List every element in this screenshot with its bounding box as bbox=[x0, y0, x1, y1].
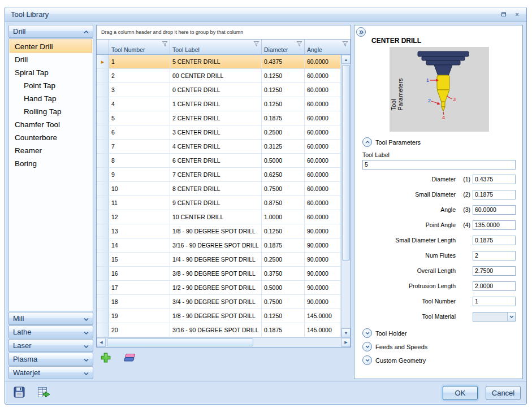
table-row[interactable]: 183/4 - 90 DEGREE SPOT DRILL0.750090.000… bbox=[97, 295, 341, 309]
diameter-input[interactable] bbox=[473, 175, 516, 184]
table-row[interactable]: 203/16 - 90 DEGREE SPOT DRILL0.1875145.0… bbox=[97, 323, 341, 337]
overall-length-input[interactable] bbox=[473, 266, 516, 276]
scroll-right-icon[interactable]: ▶ bbox=[341, 338, 351, 347]
table-row[interactable]: 108 CENTER DRILL0.750060.0000 bbox=[97, 182, 341, 196]
expand-section-icon[interactable] bbox=[362, 355, 372, 365]
table-row[interactable]: 171/2 - 90 DEGREE SPOT DRILL0.500090.000… bbox=[97, 281, 341, 295]
section-feeds-and-speeds[interactable]: Feeds and Speeds bbox=[361, 340, 517, 354]
delete-tool-button[interactable] bbox=[120, 351, 137, 367]
sidebar-item-counterbore[interactable]: Counterbore bbox=[10, 131, 92, 144]
row-selector[interactable] bbox=[97, 295, 109, 309]
sidebar-item-hand-tap[interactable]: Hand Tap bbox=[10, 92, 92, 105]
row-selector[interactable] bbox=[97, 309, 109, 323]
row-selector[interactable]: ▸ bbox=[97, 55, 109, 68]
row-selector[interactable] bbox=[97, 210, 109, 224]
sidebar-item-point-tap[interactable]: Point Tap bbox=[10, 79, 92, 92]
restore-button[interactable] bbox=[498, 10, 509, 19]
row-selector[interactable] bbox=[97, 196, 109, 210]
row-selector[interactable] bbox=[97, 253, 109, 266]
row-selector[interactable] bbox=[97, 125, 109, 139]
table-row[interactable]: 119 CENTER DRILL0.875060.0000 bbox=[97, 196, 341, 210]
filter-icon[interactable] bbox=[296, 41, 302, 47]
row-selector[interactable] bbox=[97, 224, 109, 238]
table-row[interactable]: 143/16 - 90 DEGREE SPOT DRILL0.187590.00… bbox=[97, 238, 341, 253]
sidebar-item-drill[interactable]: Drill bbox=[10, 53, 92, 66]
panel-collapse-button[interactable] bbox=[356, 27, 366, 37]
row-selector[interactable] bbox=[97, 69, 109, 82]
small-diameter-length-input[interactable] bbox=[473, 236, 516, 245]
row-selector[interactable] bbox=[97, 323, 109, 337]
table-row[interactable]: 163/8 - 90 DEGREE SPOT DRILL0.375090.000… bbox=[97, 267, 341, 281]
column-header-tool-number[interactable]: Tool Number bbox=[109, 40, 170, 54]
filter-icon[interactable] bbox=[342, 41, 348, 47]
table-row[interactable]: 63 CENTER DRILL0.250060.0000 bbox=[97, 125, 341, 140]
sidebar-group-drill[interactable]: Drill bbox=[8, 25, 93, 38]
table-row[interactable]: 41 CENTER DRILL0.125060.0000 bbox=[97, 97, 341, 111]
row-selector[interactable] bbox=[97, 238, 109, 252]
row-selector[interactable] bbox=[97, 168, 109, 181]
sidebar-group-lathe[interactable]: Lathe bbox=[8, 325, 93, 338]
protrusion-length-input[interactable] bbox=[473, 281, 516, 291]
table-row[interactable]: 97 CENTER DRILL0.625060.0000 bbox=[97, 168, 341, 182]
table-row[interactable]: 30 CENTER DRILL0.125060.0000 bbox=[97, 83, 341, 97]
column-header-tool-label[interactable]: Tool Label bbox=[170, 40, 262, 54]
collapse-section-button[interactable] bbox=[362, 137, 372, 147]
column-header-angle[interactable]: Angle bbox=[305, 40, 351, 54]
row-selector[interactable] bbox=[97, 83, 109, 97]
sidebar-item-chamfer-tool[interactable]: Chamfer Tool bbox=[10, 118, 92, 131]
add-tool-button[interactable] bbox=[97, 351, 114, 367]
table-row[interactable]: 86 CENTER DRILL0.500060.0000 bbox=[97, 154, 341, 168]
close-button[interactable]: × bbox=[511, 10, 523, 19]
column-header-diameter[interactable]: Diameter bbox=[262, 40, 305, 54]
table-row[interactable]: 191/8 - 90 DEGREE SPOT DRILL0.1250145.00… bbox=[97, 309, 341, 323]
small-diameter-input[interactable] bbox=[473, 190, 516, 199]
scroll-up-icon[interactable]: ▲ bbox=[341, 55, 351, 64]
row-selector[interactable] bbox=[97, 281, 109, 294]
scroll-left-icon[interactable]: ◀ bbox=[97, 338, 106, 347]
table-row[interactable]: 74 CENTER DRILL0.312560.0000 bbox=[97, 140, 341, 154]
scroll-down-icon[interactable]: ▼ bbox=[341, 328, 351, 337]
row-selector[interactable] bbox=[97, 140, 109, 153]
save-library-button[interactable] bbox=[11, 385, 28, 401]
hscroll-thumb[interactable] bbox=[107, 338, 253, 346]
cancel-button[interactable]: Cancel bbox=[486, 386, 521, 400]
sidebar-item-reamer[interactable]: Reamer bbox=[10, 144, 92, 157]
row-selector[interactable] bbox=[97, 154, 109, 167]
table-row[interactable]: 1210 CENTER DRILL1.000060.0000 bbox=[97, 210, 341, 224]
table-row[interactable]: ▸15 CENTER DRILL0.437560.0000 bbox=[97, 55, 341, 69]
ok-button[interactable]: OK bbox=[443, 386, 478, 400]
sidebar-group-plasma[interactable]: Plasma bbox=[8, 353, 93, 366]
sidebar-item-spiral-tap[interactable]: Spiral Tap bbox=[10, 66, 92, 79]
sidebar-item-center-drill[interactable]: Center Drill bbox=[10, 40, 92, 53]
tool-material-select[interactable] bbox=[473, 312, 516, 322]
point-angle-input[interactable] bbox=[473, 220, 516, 230]
section-tool-holder[interactable]: Tool Holder bbox=[361, 327, 517, 340]
sidebar-item-rolling-tap[interactable]: Rolling Tap bbox=[10, 105, 92, 118]
vscroll-thumb[interactable] bbox=[342, 65, 350, 260]
section-custom-geometry[interactable]: Custom Geometry bbox=[361, 354, 517, 367]
sidebar-group-laser[interactable]: Laser bbox=[8, 339, 93, 352]
table-row[interactable]: 52 CENTER DRILL0.187560.0000 bbox=[97, 111, 341, 125]
expand-section-icon[interactable] bbox=[362, 328, 372, 338]
table-row[interactable]: 200 CENTER DRILL0.125060.0000 bbox=[97, 69, 341, 83]
angle-input[interactable] bbox=[473, 205, 516, 215]
horizontal-scrollbar[interactable]: ◀ ▶ bbox=[97, 337, 351, 347]
row-selector[interactable] bbox=[97, 267, 109, 280]
sidebar-group-waterjet[interactable]: Waterjet bbox=[8, 366, 93, 379]
row-selector[interactable] bbox=[97, 97, 109, 111]
tool-number-input[interactable] bbox=[473, 297, 516, 306]
export-library-button[interactable] bbox=[36, 385, 53, 401]
filter-icon[interactable] bbox=[162, 41, 168, 47]
tool-parameters-section-header[interactable]: Tool Parameters bbox=[362, 137, 517, 147]
vertical-scrollbar[interactable]: ▲ ▼ bbox=[341, 55, 351, 337]
num-flutes-input[interactable] bbox=[473, 251, 516, 260]
row-selector[interactable] bbox=[97, 182, 109, 196]
sidebar-item-boring[interactable]: Boring bbox=[10, 157, 92, 170]
sidebar-group-mill[interactable]: Mill bbox=[8, 312, 93, 325]
row-selector[interactable] bbox=[97, 111, 109, 125]
tool-label-input[interactable] bbox=[362, 160, 516, 170]
expand-section-icon[interactable] bbox=[362, 342, 372, 351]
table-row[interactable]: 151/4 - 90 DEGREE SPOT DRILL0.250090.000… bbox=[97, 253, 341, 267]
table-row[interactable]: 131/8 - 90 DEGREE SPOT DRILL0.125090.000… bbox=[97, 224, 341, 238]
filter-icon[interactable] bbox=[253, 41, 259, 47]
